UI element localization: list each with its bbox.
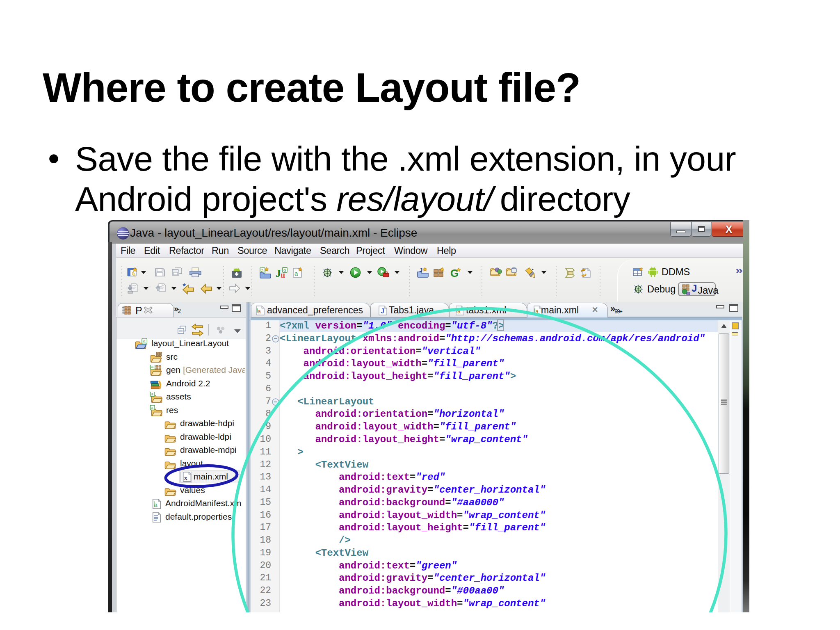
svg-text:a: a xyxy=(154,502,158,508)
svg-text:x: x xyxy=(184,474,187,481)
svg-text:a: a xyxy=(151,365,154,369)
svg-text:a: a xyxy=(143,339,146,343)
svg-text:a: a xyxy=(151,392,153,396)
svg-text:a: a xyxy=(283,267,286,272)
svg-text:a: a xyxy=(294,270,298,277)
svg-text:G: G xyxy=(450,267,459,278)
svg-text:a: a xyxy=(151,405,153,409)
svg-text:a: a xyxy=(258,308,261,315)
svg-text:a: a xyxy=(535,308,539,315)
svg-text:J: J xyxy=(381,308,384,315)
svg-text:a: a xyxy=(457,308,461,315)
